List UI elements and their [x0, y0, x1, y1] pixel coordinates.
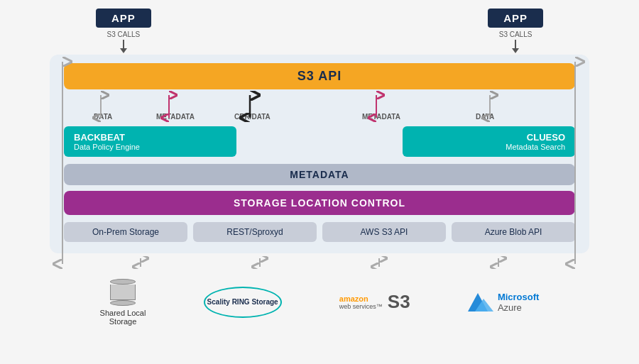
azure-label: Azure: [498, 302, 540, 313]
full-layout: APP S3 CALLS APP S3 CALLS S3 API: [50, 9, 589, 326]
metadata-bar: METADATA: [64, 164, 575, 185]
data-left-label: DATA: [94, 113, 112, 121]
database-icon: [110, 279, 136, 306]
amazon-label: amazon: [339, 294, 368, 303]
clueso-subtitle: Metadata Search: [413, 143, 565, 151]
data-right-label: DATA: [476, 113, 494, 121]
s3-calls-left: S3 CALLS: [107, 31, 141, 38]
s3-calls-right: S3 CALLS: [499, 31, 532, 38]
web-services-label: web services™: [339, 303, 383, 310]
clueso-box: CLUESO Metadata Search: [403, 126, 575, 157]
metadata-right-label: METADATA: [362, 113, 400, 121]
db-disk-bottom: [110, 300, 136, 306]
amazon-s3-logo: amazon web services™ S3: [339, 291, 410, 313]
arch-panel: S3 API DATA METADATA CRR/DATA METADATA D…: [50, 55, 589, 253]
label-arrows-svg: [64, 91, 575, 122]
db-body: [110, 285, 136, 300]
backbeat-box: BACKBEAT Data Policy Engine: [64, 126, 236, 157]
backbeat-subtitle: Data Policy Engine: [74, 143, 226, 151]
crr-data-label: CRR/DATA: [234, 113, 271, 121]
s3-api-bar: S3 API: [64, 63, 575, 89]
backbeat-title: BACKBEAT: [74, 132, 226, 143]
azure-item: Microsoft Azure: [468, 290, 540, 314]
arrow-svg-0: [126, 256, 155, 269]
scality-ring-logo: Scality RING Storage: [204, 287, 282, 318]
arrow-svg-1: [246, 256, 274, 269]
azure-text-block: Microsoft Azure: [498, 292, 540, 313]
labels-arrows-row: DATA METADATA CRR/DATA METADATA DATA: [64, 91, 575, 122]
storage-option-azure: Azure Blob API: [452, 222, 575, 242]
apps-row: APP S3 CALLS APP S3 CALLS: [50, 9, 589, 53]
shared-local-storage-item: Shared Local Storage: [100, 279, 146, 326]
metadata-left-label: METADATA: [156, 113, 195, 121]
middle-gap: [244, 126, 396, 157]
app-left-col: APP S3 CALLS: [96, 9, 151, 53]
storage-options-row: On-Prem Storage REST/Sproxyd AWS S3 API …: [64, 222, 575, 242]
arrow-down-right: [512, 40, 519, 53]
app-right-box: APP: [488, 9, 543, 28]
storage-option-rest: REST/Sproxyd: [193, 222, 317, 242]
clueso-title: CLUESO: [413, 132, 565, 143]
storage-bar: STORAGE LOCATION CONTROL: [64, 191, 575, 215]
azure-icon-svg: [468, 290, 493, 314]
bottom-arrows-row: [50, 256, 589, 269]
app-left-box: APP: [96, 9, 151, 28]
scality-ring-item: Scality RING Storage: [204, 287, 282, 318]
arrow-svg-2: [365, 256, 393, 269]
storage-option-aws: AWS S3 API: [322, 222, 446, 242]
microsoft-label: Microsoft: [498, 292, 540, 302]
db-disk-top: [110, 279, 136, 285]
shared-local-storage-label: Shared Local Storage: [100, 309, 146, 326]
amazon-s3-item: amazon web services™ S3: [339, 291, 410, 313]
bottom-icons-row: Shared Local Storage Scality RING Storag…: [50, 279, 589, 326]
app-right-col: APP S3 CALLS: [488, 9, 543, 53]
scality-ring-text: Scality RING Storage: [207, 298, 278, 307]
arrow-svg-3: [484, 256, 513, 269]
azure-logo: Microsoft Azure: [468, 290, 540, 314]
middle-section: BACKBEAT Data Policy Engine CLUESO Metad…: [64, 126, 575, 157]
main-container: APP S3 CALLS APP S3 CALLS S3 API: [14, 9, 625, 356]
storage-option-onprem: On-Prem Storage: [64, 222, 187, 242]
arrow-down-left: [120, 40, 127, 53]
s3-label: S3: [388, 291, 410, 313]
amazon-text-block: amazon web services™: [339, 294, 383, 310]
